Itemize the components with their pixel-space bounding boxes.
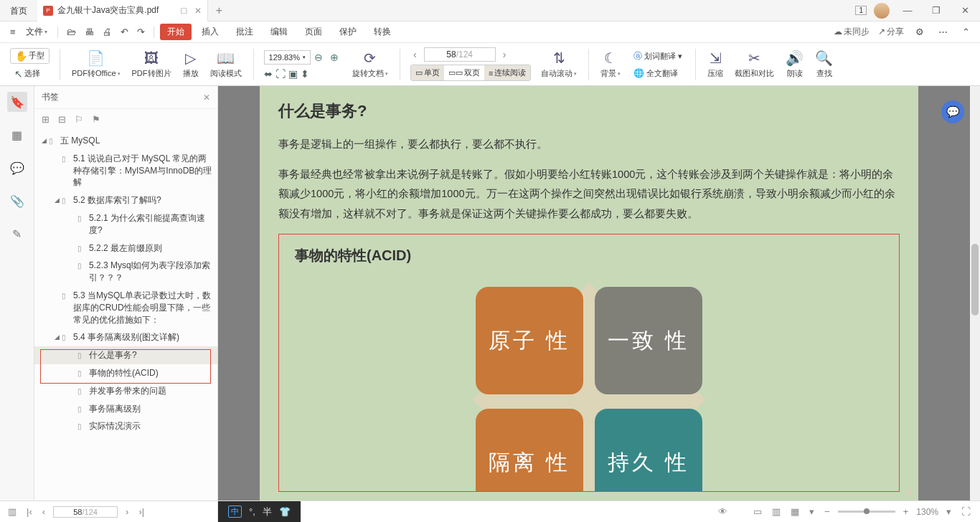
bookmark-item[interactable]: ▯实际情况演示	[34, 417, 217, 435]
rotate-doc-button[interactable]: ⟳旋转文档▾	[348, 49, 392, 79]
menu-edit[interactable]: 编辑	[263, 26, 295, 38]
bookmark-close-icon[interactable]: ✕	[203, 92, 210, 103]
layout1-icon[interactable]: ▭	[751, 506, 764, 517]
read-mode-button[interactable]: 📖阅读模式	[206, 49, 246, 79]
document-view[interactable]: 什么是事务? 事务是逻辑上的一组操作，要么都执行，要么都不执行。 事务最经典也经…	[218, 86, 980, 522]
minimize-button[interactable]: —	[897, 5, 918, 16]
screenshot-compare-button[interactable]: ✂截图和对比	[730, 49, 778, 79]
status-page-input[interactable]: 58/124	[53, 506, 118, 518]
bookmark-item[interactable]: ◢▯5.2 数据库索引了解吗?	[34, 191, 217, 209]
bookmark-item[interactable]: ▯5.2.1 为什么索引能提高查询速度?	[34, 209, 217, 239]
first-page-icon[interactable]: |‹	[24, 506, 34, 517]
start-menu[interactable]: 开始	[160, 24, 192, 40]
tab-close-icon[interactable]: ✕	[194, 6, 202, 16]
continuous-button[interactable]: ≡ 连续阅读	[484, 65, 530, 80]
eye-mode-icon[interactable]: 👁	[716, 506, 730, 517]
ime-mode[interactable]: 中	[228, 506, 242, 518]
menu-page[interactable]: 页面	[298, 26, 329, 38]
word-translate-button[interactable]: ⓐ划词翻译▾	[631, 49, 685, 64]
assistant-float-button[interactable]: 💬	[941, 100, 964, 123]
ime-width[interactable]: 半	[263, 506, 272, 518]
comment-rail-icon[interactable]: 💬	[7, 158, 27, 178]
zoom-percent[interactable]: 130%	[916, 507, 938, 517]
bm-flag-icon[interactable]: ⚐	[75, 114, 83, 125]
layout3-icon[interactable]: ▦	[788, 506, 801, 517]
fit-height-icon[interactable]: ⬍	[301, 68, 309, 80]
page-number-input[interactable]: 58/124	[424, 47, 496, 62]
bookmark-item[interactable]: ▯什么是事务?	[34, 346, 217, 364]
hand-tool[interactable]: ✋手型	[10, 48, 50, 64]
zoom-menu-icon[interactable]: ▾	[944, 506, 953, 517]
share-button[interactable]: 分享	[878, 26, 904, 38]
tab-restore-icon[interactable]: ▢	[180, 6, 187, 15]
select-tool[interactable]: ↖选择	[10, 67, 44, 81]
layout2-icon[interactable]: ▥	[770, 506, 783, 517]
undo-icon[interactable]: ↶	[118, 27, 131, 37]
zoom-value[interactable]: 129.83%▾	[264, 50, 311, 65]
ime-punct[interactable]: °,	[249, 506, 255, 517]
bookmark-item[interactable]: ◢▯五 MySQL	[34, 132, 217, 150]
zoom-in-icon[interactable]: ⊕	[326, 49, 342, 65]
new-tab-button[interactable]: +	[208, 4, 230, 17]
next-page-icon[interactable]: ›	[500, 49, 509, 60]
fullscreen-icon[interactable]: ⛶	[959, 506, 973, 517]
attachment-rail-icon[interactable]: 📎	[7, 191, 27, 211]
play-button[interactable]: ▷播放	[179, 49, 203, 79]
prev-page-icon[interactable]: ‹	[410, 49, 420, 60]
menu-protect[interactable]: 保护	[332, 26, 364, 38]
collapse-ribbon-icon[interactable]: ⌃	[959, 27, 973, 37]
user-avatar[interactable]	[874, 3, 890, 19]
file-menu[interactable]: 文件▾	[22, 26, 52, 38]
next-page-status-icon[interactable]: ›	[123, 506, 131, 517]
bookmark-item[interactable]: ▯5.1 说说自己对于 MySQL 常见的两种存储引擎：MyISAM与InnoD…	[34, 150, 217, 191]
window-count-badge[interactable]: 1	[855, 6, 867, 15]
full-translate-button[interactable]: 🌐全文翻译	[631, 67, 681, 80]
fit-page-icon[interactable]: ⛶	[275, 68, 286, 80]
doc-scrollbar[interactable]	[970, 86, 980, 522]
bookmark-item[interactable]: ◢▯5.4 事务隔离级别(图文详解)	[34, 328, 217, 346]
ime-skin-icon[interactable]: 👕	[279, 506, 291, 517]
print-icon[interactable]: 🖨	[100, 27, 115, 37]
pdf-to-image-button[interactable]: 🖼PDF转图片	[128, 50, 176, 79]
thumbnail-rail-icon[interactable]: ▦	[7, 125, 27, 145]
single-page-button[interactable]: ▭ 单页	[411, 65, 444, 80]
save-icon[interactable]: 🖶	[82, 27, 97, 37]
find-button[interactable]: 🔍查找	[811, 49, 837, 79]
fit-width-icon[interactable]: ⬌	[264, 68, 273, 80]
prev-page-status-icon[interactable]: ‹	[40, 506, 47, 517]
bookmark-item[interactable]: ▯事务隔离级别	[34, 400, 217, 418]
home-tab[interactable]: 首页	[0, 0, 37, 22]
compress-button[interactable]: ⇲压缩	[703, 49, 727, 79]
close-window-button[interactable]: ✕	[954, 5, 976, 16]
menu-insert[interactable]: 插入	[194, 26, 226, 38]
zoom-slider[interactable]	[838, 511, 895, 513]
menu-annotate[interactable]: 批注	[229, 26, 260, 38]
pdf-to-office-button[interactable]: 📄PDF转Office▾	[67, 49, 125, 79]
zoom-in-status-icon[interactable]: +	[901, 506, 911, 517]
auto-scroll-button[interactable]: ⇅自动滚动▾	[537, 49, 581, 79]
bookmark-item[interactable]: ▯并发事务带来的问题	[34, 382, 217, 400]
menu-convert[interactable]: 转换	[367, 26, 398, 38]
bm-add-icon[interactable]: ⊞	[42, 114, 50, 125]
sync-status[interactable]: 未同步	[834, 26, 870, 38]
hamburger-icon[interactable]: ≡	[7, 27, 19, 37]
actual-size-icon[interactable]: ▣	[288, 68, 298, 80]
bookmark-item[interactable]: ▯5.2.3 Mysql如何为表字段添加索引？？？	[34, 257, 217, 287]
zoom-out-icon[interactable]: ⊖	[311, 49, 326, 65]
double-page-button[interactable]: ▭▭ 双页	[444, 65, 484, 80]
read-aloud-button[interactable]: 🔊朗读	[781, 49, 808, 79]
layout-menu-icon[interactable]: ▾	[807, 506, 816, 517]
bookmark-item[interactable]: ▯事物的特性(ACID)	[34, 364, 217, 382]
bm-remove-icon[interactable]: ⊟	[58, 114, 66, 125]
ime-bar[interactable]: 中 °, 半 👕	[218, 501, 301, 522]
background-button[interactable]: ☾背景▾	[596, 49, 625, 79]
open-icon[interactable]: 🗁	[64, 27, 79, 37]
document-tab[interactable]: P 金九银十Java突击宝典.pdf ▢ ✕	[37, 0, 208, 22]
panel-toggle-icon[interactable]: ▥	[6, 506, 19, 517]
bookmark-item[interactable]: ▯5.2.2 最左前缀原则	[34, 239, 217, 257]
settings-icon[interactable]: ⚙	[913, 27, 927, 37]
bookmark-rail-icon[interactable]: 🔖	[7, 92, 27, 112]
bookmark-item[interactable]: ▯5.3 当MySQL单表记录数过大时，数据库的CRUD性能会明显下降，一些常见…	[34, 287, 217, 328]
more-icon[interactable]: ⋯	[936, 27, 951, 37]
redo-icon[interactable]: ↷	[134, 27, 148, 37]
